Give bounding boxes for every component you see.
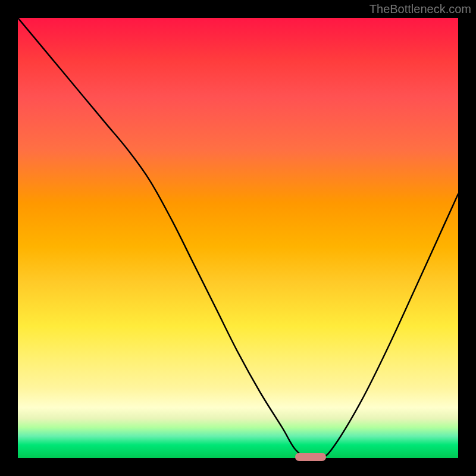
watermark-text: TheBottleneck.com: [369, 2, 471, 16]
bottleneck-curve: [18, 18, 458, 458]
chart-container: TheBottleneck.com: [0, 0, 476, 476]
plot-area: [18, 18, 458, 458]
line-curve-svg: [18, 18, 458, 458]
optimal-marker: [295, 453, 326, 461]
